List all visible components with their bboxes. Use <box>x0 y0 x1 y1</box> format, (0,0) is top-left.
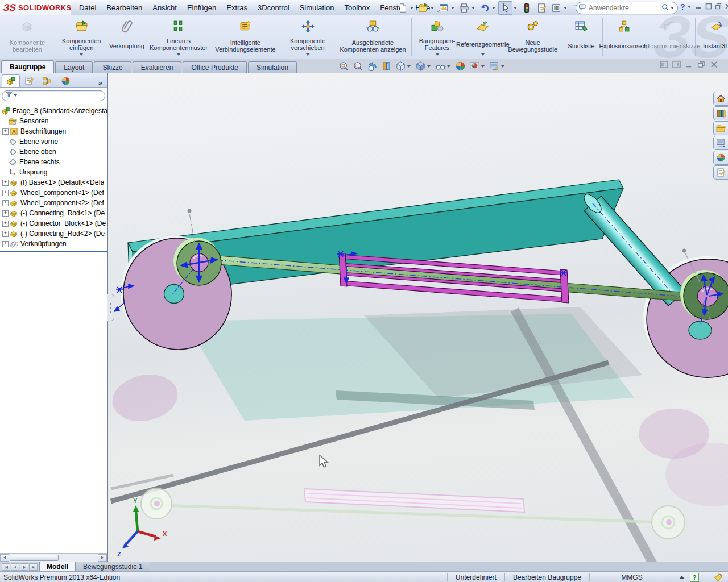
expand-icon[interactable]: + <box>2 190 9 196</box>
tree-item-f[interactable]: +(f) Base<1> (Default<<Defa <box>0 177 107 188</box>
print-preview-caret-icon[interactable] <box>451 7 454 9</box>
hide-show-items-button[interactable] <box>434 60 453 72</box>
menu-bearbeiten[interactable]: Bearbeiten <box>101 1 147 14</box>
tree-item-ebene[interactable]: Ebene vorne <box>0 136 107 147</box>
zoom-area-button[interactable] <box>351 60 365 72</box>
scroll-left-icon[interactable] <box>0 554 9 562</box>
tab-skizze[interactable]: Skizze <box>94 61 131 73</box>
doc-minimize-button[interactable] <box>685 61 693 68</box>
ribbon-referenzgeometrie-caret-icon[interactable] <box>481 53 485 56</box>
tab-layout[interactable]: Layout <box>55 61 93 73</box>
configurationmanager-tab[interactable] <box>38 74 56 87</box>
ribbon-komponente-verschieben-button[interactable]: Komponente verschieben <box>280 16 336 58</box>
menu-datei[interactable]: Datei <box>74 1 101 14</box>
help-dropdown-icon[interactable] <box>688 6 691 8</box>
tab-next-button[interactable] <box>20 563 28 571</box>
design-library-tab[interactable] <box>713 106 728 120</box>
expand-icon[interactable]: + <box>2 210 9 217</box>
options-button[interactable] <box>549 2 568 14</box>
close-button[interactable] <box>724 2 728 10</box>
units-caret-icon[interactable] <box>680 576 684 579</box>
search-icon[interactable] <box>661 3 669 14</box>
ribbon-instant3d-button[interactable]: Instant3D <box>697 16 728 58</box>
tab-evaluieren[interactable]: Evaluieren <box>133 61 182 73</box>
print-button[interactable] <box>457 2 476 14</box>
open-caret-icon[interactable] <box>431 7 434 9</box>
new-document-button[interactable] <box>396 2 415 14</box>
view-settings-caret-icon[interactable] <box>501 65 504 68</box>
tags-icon[interactable] <box>714 573 722 581</box>
ribbon-neue-bewegungsstudie-button[interactable]: Neue Bewegungsstudie <box>507 16 559 58</box>
tab-modell[interactable]: Modell <box>39 562 76 572</box>
ribbon-baugruppen-features-button[interactable]: Baugruppen-Features <box>413 16 461 58</box>
tab-first-button[interactable] <box>2 563 10 571</box>
view-palette-tab[interactable] <box>713 136 728 150</box>
select-button[interactable] <box>498 1 518 15</box>
ribbon-komponente-verschieben-caret-icon[interactable] <box>306 53 309 56</box>
appearances-tab[interactable] <box>713 151 728 165</box>
scroll-right-icon[interactable] <box>98 554 107 562</box>
ribbon-referenzgeometrie-button[interactable]: Referenzgeometrie <box>461 16 504 58</box>
tree-item-wheel-component-1[interactable]: +Wheel_component<1> (Def <box>0 188 107 198</box>
tab-prev-button[interactable] <box>11 563 19 571</box>
zoom-fit-button[interactable] <box>337 60 350 72</box>
file-explorer-tab[interactable] <box>713 121 728 135</box>
undo-button[interactable] <box>478 2 497 14</box>
display-style-button[interactable] <box>414 60 433 72</box>
tree-root-item[interactable]: Frage_8 (Standard<Anzeigestat <box>0 106 107 116</box>
home-tab[interactable] <box>713 92 728 106</box>
minimize-button[interactable] <box>695 2 702 10</box>
previous-view-button[interactable] <box>366 60 379 72</box>
tab-bewegungsstudie-1[interactable]: Bewegungsstudie 1 <box>76 562 150 572</box>
quick-tips-button[interactable]: ? <box>690 573 699 582</box>
expand-icon[interactable]: + <box>2 200 9 206</box>
tree-item-[interactable]: +(-) Connecting_Rod<2> (De <box>0 228 107 239</box>
expand-icon[interactable]: + <box>2 221 9 227</box>
custom-properties-tab[interactable] <box>713 165 728 180</box>
propertymanager-tab[interactable] <box>20 74 38 87</box>
panel-tabs-overflow-button[interactable]: » <box>98 78 107 87</box>
ribbon-lineares-komponentenmuster-caret-icon[interactable] <box>177 53 180 56</box>
menu-extras[interactable]: Extras <box>221 1 253 14</box>
scrollbar-thumb[interactable] <box>10 555 59 561</box>
apply-scene-button[interactable] <box>468 60 487 72</box>
tree-item-wheel-component-2[interactable]: +Wheel_component<2> (Def <box>0 198 107 208</box>
apply-scene-caret-icon[interactable] <box>481 65 485 68</box>
ribbon-stückliste-button[interactable]: Stückliste <box>561 16 601 58</box>
split-left-button[interactable] <box>660 61 668 68</box>
tree-item-verknüpfungen[interactable]: +Verknüpfungen <box>0 239 107 249</box>
rebuild-button[interactable] <box>520 2 533 14</box>
view-settings-button[interactable] <box>488 60 507 72</box>
graphics-viewport[interactable]: Y X Z <box>108 73 728 562</box>
print-caret-icon[interactable] <box>471 7 475 9</box>
tab-simulation[interactable]: Simulation <box>248 61 297 73</box>
ribbon-baugruppen-features-caret-icon[interactable] <box>436 53 439 56</box>
doc-close-button[interactable] <box>710 61 718 68</box>
search-input[interactable]: Anwenderkre <box>589 4 661 12</box>
tree-item-ebene[interactable]: Ebene oben <box>0 147 107 157</box>
expand-icon[interactable]: + <box>2 231 9 237</box>
open-button[interactable] <box>416 2 435 14</box>
hide-show-items-caret-icon[interactable] <box>447 65 450 68</box>
tree-item-ebene[interactable]: Ebene rechts <box>0 157 107 167</box>
menu-3dcontrol[interactable]: 3Dcontrol <box>253 1 295 14</box>
appearancemanager-tab[interactable] <box>56 74 75 87</box>
select-caret-icon[interactable] <box>514 7 517 9</box>
ribbon-komponenten-einfügen-button[interactable]: Komponenten einfügen <box>56 16 107 58</box>
menu-simulation[interactable]: Simulation <box>295 1 340 14</box>
doc-restore-button[interactable] <box>697 61 706 68</box>
section-view-button[interactable] <box>380 60 393 72</box>
cascade-windows-button[interactable] <box>714 2 722 10</box>
filter-dropdown-icon[interactable] <box>14 94 17 97</box>
featuremanager-tab[interactable] <box>2 74 20 87</box>
tree-item-beschriftungen[interactable]: +ABeschriftungen <box>0 126 107 136</box>
view-orientation-caret-icon[interactable] <box>407 65 411 68</box>
ribbon-intelligente-verbindungselemente-button[interactable]: Intelligente Verbindungselemente <box>210 16 280 58</box>
menu-toolbox[interactable]: Toolbox <box>339 1 375 14</box>
units-selector[interactable]: MMGS <box>589 573 674 581</box>
undo-caret-icon[interactable] <box>492 7 495 9</box>
ribbon-verknüpfung-button[interactable]: Verknüpfung <box>107 16 147 58</box>
ribbon-komponenten-einfügen-caret-icon[interactable] <box>80 53 83 56</box>
options-caret-icon[interactable] <box>564 7 567 9</box>
tree-split-bar[interactable] <box>0 251 107 252</box>
